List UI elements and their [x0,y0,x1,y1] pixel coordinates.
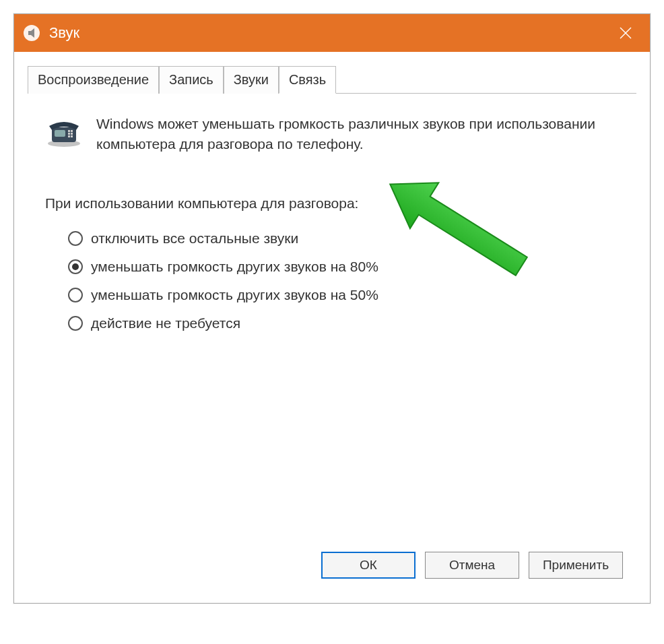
window-title: Звук [49,24,601,42]
radio-icon [68,316,83,331]
section-label: При использовании компьютера для разгово… [41,195,623,212]
info-text: Windows может уменьшать громкость различ… [96,114,619,155]
svg-rect-10 [68,135,70,137]
close-button[interactable] [601,14,650,52]
cancel-button[interactable]: Отмена [425,552,519,579]
svg-rect-11 [71,135,73,137]
radio-mute-all[interactable]: отключить все остальные звуки [68,230,623,247]
radio-reduce-80[interactable]: уменьшать громкость других звуков на 80% [68,259,623,275]
tab-strip: Воспроизведение Запись Звуки Связь [28,65,636,94]
tab-sounds[interactable]: Звуки [224,66,279,94]
titlebar: Звук [14,14,650,52]
close-icon [619,26,632,40]
info-row: Windows может уменьшать громкость различ… [41,114,623,155]
sound-dialog-window: Звук Воспроизведение Запись Звуки Связь [13,13,651,604]
svg-rect-8 [68,133,70,135]
radio-label: уменьшать громкость других звуков на 50% [91,287,378,303]
radio-group: отключить все остальные звуки уменьшать … [41,230,623,331]
content-area: Воспроизведение Запись Звуки Связь [14,52,650,603]
telephone-icon [45,117,83,148]
radio-reduce-50[interactable]: уменьшать громкость других звуков на 50% [68,287,623,303]
radio-label: действие не требуется [91,315,240,331]
apply-button[interactable]: Применить [529,552,623,579]
radio-label: уменьшать громкость других звуков на 80% [91,259,378,275]
radio-icon [68,259,83,274]
tab-communications[interactable]: Связь [279,66,336,94]
svg-rect-5 [55,130,65,137]
ok-button[interactable]: ОК [321,552,416,579]
dialog-button-row: ОК Отмена Применить [28,552,636,592]
tab-recording[interactable]: Запись [159,66,224,94]
radio-label: отключить все остальные звуки [91,230,298,247]
radio-icon [68,288,83,302]
radio-do-nothing[interactable]: действие не требуется [68,315,623,331]
sound-title-icon [22,24,41,42]
svg-rect-6 [68,130,70,132]
svg-rect-7 [71,130,73,132]
communications-panel: Windows может уменьшать громкость различ… [28,94,636,552]
radio-icon [68,231,83,246]
svg-rect-9 [71,133,73,135]
tab-playback[interactable]: Воспроизведение [28,66,159,94]
